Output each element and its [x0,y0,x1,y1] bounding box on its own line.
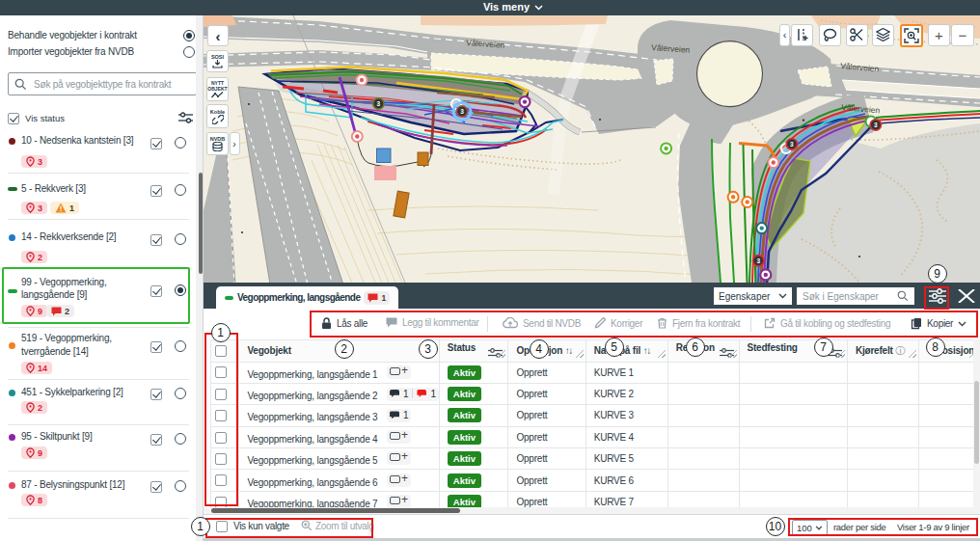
svg-text:3: 3 [460,108,464,115]
svg-text:3: 3 [756,257,760,264]
svg-text:3: 3 [874,122,878,128]
svg-text:3: 3 [790,141,794,148]
svg-text:3: 3 [377,100,381,107]
